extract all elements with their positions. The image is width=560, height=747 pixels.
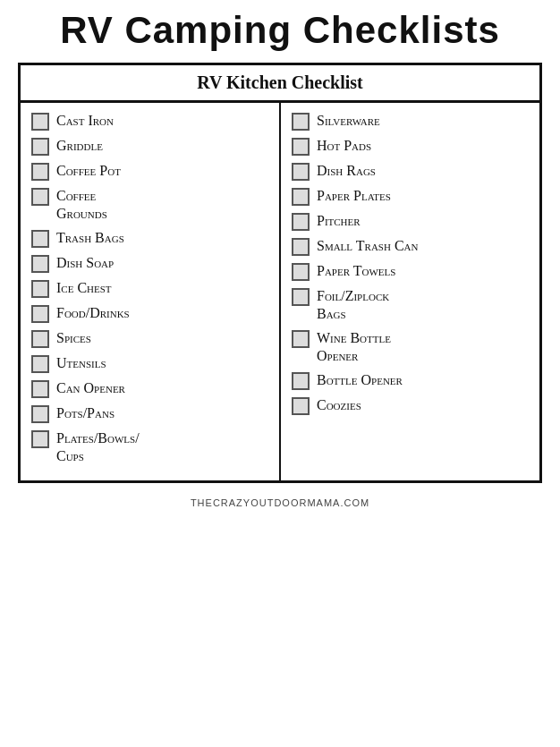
item-label: CoffeeGrounds	[56, 187, 107, 223]
item-label: Coffee Pot	[56, 162, 121, 180]
list-item: Griddle	[31, 137, 268, 156]
item-label: Spices	[56, 329, 91, 347]
list-item: Coffee Pot	[31, 162, 268, 181]
checkbox[interactable]	[292, 113, 310, 131]
item-label: Coozies	[317, 396, 361, 414]
list-item: Silverware	[292, 112, 529, 131]
checkbox[interactable]	[31, 230, 49, 248]
list-item: Dish Rags	[292, 162, 529, 181]
checkbox[interactable]	[31, 405, 49, 423]
item-label: Utensils	[56, 354, 106, 372]
list-item: Pitcher	[292, 212, 529, 231]
checkbox[interactable]	[31, 138, 49, 156]
checkbox[interactable]	[292, 288, 310, 306]
checkbox[interactable]	[292, 330, 310, 348]
checkbox[interactable]	[292, 372, 310, 390]
list-item: Paper Plates	[292, 187, 529, 206]
list-item: Coozies	[292, 396, 529, 415]
checkbox[interactable]	[31, 163, 49, 181]
checkbox[interactable]	[292, 263, 310, 281]
item-label: Cast Iron	[56, 112, 114, 130]
checklist-container: RV Kitchen Checklist Cast Iron Griddle C…	[18, 63, 542, 483]
item-label: Dish Soap	[56, 254, 114, 272]
checkbox[interactable]	[31, 430, 49, 448]
list-item: Can Opener	[31, 379, 268, 398]
checkbox[interactable]	[292, 213, 310, 231]
checkbox[interactable]	[31, 330, 49, 348]
item-label: Can Opener	[56, 379, 125, 397]
list-item: Paper Towels	[292, 262, 529, 281]
checkbox[interactable]	[292, 238, 310, 256]
list-item: Plates/Bowls/Cups	[31, 429, 268, 465]
checkbox[interactable]	[31, 355, 49, 373]
list-item: Dish Soap	[31, 254, 268, 273]
checkbox[interactable]	[31, 280, 49, 298]
item-label: Pitcher	[317, 212, 361, 230]
checkbox[interactable]	[31, 113, 49, 131]
item-label: Bottle Opener	[317, 371, 403, 389]
checkbox[interactable]	[292, 138, 310, 156]
checkbox[interactable]	[31, 305, 49, 323]
checklist-body: Cast Iron Griddle Coffee Pot CoffeeGroun…	[21, 103, 539, 480]
item-label: Hot Pads	[317, 137, 371, 155]
list-item: Wine BottleOpener	[292, 329, 529, 365]
item-label: Griddle	[56, 137, 103, 155]
checkbox[interactable]	[31, 188, 49, 206]
list-item: CoffeeGrounds	[31, 187, 268, 223]
list-item: Spices	[31, 329, 268, 348]
list-item: Foil/ZiplockBags	[292, 287, 529, 323]
checkbox[interactable]	[292, 188, 310, 206]
list-item: Small Trash Can	[292, 237, 529, 256]
item-label: Foil/ZiplockBags	[317, 287, 389, 323]
checklist-header: RV Kitchen Checklist	[21, 65, 539, 103]
checkbox[interactable]	[31, 380, 49, 398]
list-item: Utensils	[31, 354, 268, 373]
item-label: Silverware	[317, 112, 380, 130]
list-item: Food/Drinks	[31, 304, 268, 323]
item-label: Wine BottleOpener	[317, 329, 391, 365]
list-item: Trash Bags	[31, 229, 268, 248]
item-label: Small Trash Can	[317, 237, 418, 255]
item-label: Pots/Pans	[56, 404, 115, 422]
website-label: THECRAZYOUTDOORMAMA.COM	[18, 492, 542, 510]
item-label: Food/Drinks	[56, 304, 130, 322]
left-column: Cast Iron Griddle Coffee Pot CoffeeGroun…	[21, 103, 281, 480]
right-column: Silverware Hot Pads Dish Rags Paper Plat…	[281, 103, 539, 480]
item-label: Plates/Bowls/Cups	[56, 429, 140, 465]
item-label: Paper Plates	[317, 187, 391, 205]
list-item: Bottle Opener	[292, 371, 529, 390]
list-item: Pots/Pans	[31, 404, 268, 423]
page-title: RV Camping Checklists	[60, 9, 500, 52]
item-label: Dish Rags	[317, 162, 376, 180]
item-label: Paper Towels	[317, 262, 395, 280]
checkbox[interactable]	[292, 163, 310, 181]
list-item: Cast Iron	[31, 112, 268, 131]
list-item: Hot Pads	[292, 137, 529, 156]
checkbox[interactable]	[292, 397, 310, 415]
item-label: Ice Chest	[56, 279, 112, 297]
checkbox[interactable]	[31, 255, 49, 273]
list-item: Ice Chest	[31, 279, 268, 298]
item-label: Trash Bags	[56, 229, 124, 247]
